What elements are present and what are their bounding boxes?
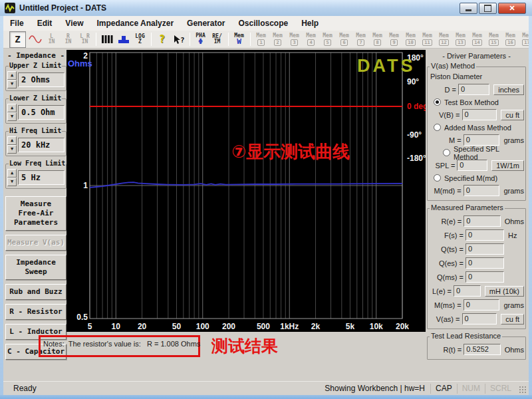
hi-freq-limit-down-button[interactable]: ▼ <box>7 145 17 154</box>
d-input[interactable]: 0 <box>458 84 489 95</box>
chart-plot: 210.5Ohms51020501002005001kHz2k5k10k20k1… <box>66 50 426 332</box>
f-s-label: F(s) = <box>429 231 464 239</box>
cu-ft-unit-button[interactable]: cu ft <box>501 314 524 325</box>
menubar: FileEditViewImpedance AnalyzerGeneratorO… <box>3 16 529 31</box>
inches-unit-button[interactable]: inches <box>493 84 524 95</box>
1w-1m-unit-button[interactable]: 1W/1m <box>491 160 524 171</box>
log-z-button[interactable]: LOGZ <box>132 32 148 47</box>
context-help-button[interactable]: ? <box>171 32 186 47</box>
menu-generator[interactable]: Generator <box>180 17 231 30</box>
ohms-unit-label: Ohms <box>505 346 524 354</box>
upper-z-limit-down-button[interactable]: ▼ <box>7 80 17 88</box>
measure-vas-button: Measure V(as) <box>5 235 66 251</box>
m-md-input[interactable]: 0 <box>464 185 500 196</box>
m-label: M = <box>429 136 462 144</box>
low-freq-limit-spinner: ▲▼ <box>7 169 17 186</box>
window-title: Untitled Project - DATS <box>19 3 106 13</box>
field-f-s: F(s) =0Hz <box>429 228 524 242</box>
radio-icon <box>434 174 441 182</box>
lower-z-limit-value[interactable]: 0.5 Ohm <box>18 105 65 120</box>
l-e-input[interactable]: 0 <box>454 285 481 297</box>
v-as-input[interactable]: 0 <box>462 313 497 325</box>
m-ms-input[interactable]: 0 <box>464 299 500 311</box>
help-button[interactable]: ? <box>154 32 170 47</box>
field-r-e: R(e) =0Ohms <box>429 214 524 228</box>
rub-and-buzz-button[interactable]: Rub and Buzz <box>5 284 66 300</box>
r-resistor-button[interactable]: R - Resistor <box>5 304 66 320</box>
low-freq-limit-value[interactable]: 5 Hz <box>18 170 65 185</box>
status-workbench: Showing Workbench | hw=H <box>319 384 430 393</box>
v-b-input[interactable]: 0 <box>462 109 497 120</box>
lower-z-limit-down-button[interactable]: ▼ <box>7 112 17 121</box>
mem-7-button: Mem7 <box>353 32 368 47</box>
menu-impedance-analyzer[interactable]: Impedance Analyzer <box>90 17 180 30</box>
added-mass-method-radio[interactable]: Added Mass Method <box>429 122 524 133</box>
measured-parameters-group: Measured ParametersR(e) =0OhmsF(s) =0HzQ… <box>427 208 526 329</box>
r-e-input[interactable]: 0 <box>464 215 500 227</box>
lower-z-limit-up-button[interactable]: ▲ <box>7 104 17 112</box>
menu-view[interactable]: View <box>59 17 90 30</box>
vas-method-group: V(as) MethodPiston DiameterD =0inchesTes… <box>427 66 526 201</box>
measure-free-air-button[interactable]: MeasureFree-AirParameters <box>5 196 66 231</box>
menu-edit[interactable]: Edit <box>31 17 59 30</box>
window-border-right <box>529 16 532 395</box>
q-ms-input[interactable]: 0 <box>466 271 504 283</box>
group-upper-z-limit: Upper Z Limit▲▼2 Ohms <box>5 66 66 91</box>
f-s-input[interactable]: 0 <box>466 229 504 241</box>
notes-field[interactable]: Notes: The resistor's value is: R = 1.00… <box>43 340 200 348</box>
low-freq-limit-down-button[interactable]: ▼ <box>7 178 17 186</box>
group-low-freq-limit: Low Freq Limit▲▼5 Hz <box>5 164 66 189</box>
titlebar[interactable]: Untitled Project - DATS ✕ <box>0 0 532 16</box>
menu-file[interactable]: File <box>3 17 31 30</box>
mh-10k-unit-button[interactable]: mH (10k) <box>485 286 524 297</box>
q-es-input[interactable]: 0 <box>466 257 504 269</box>
maximize-button[interactable] <box>479 3 497 14</box>
m-md-label: M(md) = <box>429 187 462 195</box>
field-m-ms: M(ms) =0grams <box>429 298 524 312</box>
m-input[interactable]: 0 <box>464 134 500 146</box>
mem-16-button: Mem16 <box>503 32 518 47</box>
impedance-chart[interactable]: 210.5Ohms51020501002005001kHz2k5k10k20k1… <box>66 50 426 332</box>
q-ts-input[interactable]: 0 <box>466 243 504 255</box>
minimize-button[interactable] <box>460 3 477 14</box>
lower-z-limit-spinner: ▲▼ <box>7 104 17 121</box>
upper-z-limit-up-button[interactable]: ▲ <box>7 71 17 80</box>
sine-generator-button[interactable] <box>27 32 43 47</box>
mem-5-button: Mem5 <box>320 32 335 47</box>
mem-11-button: Mem11 <box>420 32 435 47</box>
piano-tones-button[interactable] <box>99 32 114 47</box>
app-window: Untitled Project - DATS ✕ FileEditViewIm… <box>0 0 532 399</box>
resize-grip[interactable] <box>519 386 527 394</box>
spl-input[interactable]: 0 <box>457 160 487 171</box>
svg-text:-90°: -90° <box>407 130 422 140</box>
cursor-help-icon: ? <box>172 35 186 45</box>
maximize-icon <box>484 5 491 12</box>
hz-unit-label: Hz <box>508 231 517 239</box>
specified-spl-method-radio[interactable]: Specified SPL Method <box>429 147 524 158</box>
hi-freq-limit-up-button[interactable]: ▲ <box>7 136 17 145</box>
svg-text:0.5: 0.5 <box>76 313 88 322</box>
svg-text:5k: 5k <box>346 322 355 331</box>
svg-text:DATS: DATS <box>357 56 416 76</box>
specified-m-md-radio[interactable]: Specified M(md) <box>429 172 524 184</box>
impedance-z-button[interactable]: Z <box>9 31 26 48</box>
group-hi-freq-limit: Hi Freq Limit▲▼20 kHz <box>5 131 66 156</box>
mem-w-button[interactable]: MemW <box>231 32 247 47</box>
re-im-button[interactable]: RE/IM <box>209 32 225 47</box>
group-lower-z-limit: Lower Z Limit▲▼0.5 Ohm <box>5 98 66 124</box>
test-box-method-radio[interactable]: Test Box Method <box>429 96 524 108</box>
svg-text:90°: 90° <box>407 77 419 86</box>
q-es-label: Q(es) = <box>429 259 464 267</box>
hi-freq-limit-value[interactable]: 20 kHz <box>18 138 65 152</box>
low-freq-limit-up-button[interactable]: ▲ <box>7 169 17 178</box>
close-button[interactable]: ✕ <box>498 3 526 14</box>
r-t-input[interactable]: 0.5252 <box>464 344 500 355</box>
menu-help[interactable]: Help <box>295 17 325 30</box>
phase-button[interactable]: PHAΦ <box>193 32 208 47</box>
upper-z-limit-value[interactable]: 2 Ohms <box>18 72 65 87</box>
cu-ft-unit-button[interactable]: cu ft <box>501 110 524 120</box>
menu-oscilloscope[interactable]: Oscilloscope <box>231 17 295 30</box>
impedance-sweep-button[interactable]: ImpedanceSweep <box>5 255 66 280</box>
bar-graph-button[interactable] <box>116 32 131 47</box>
toolbar: ZLINRINL RINLOGZ??PHAΦRE/IMMemWMem1Mem2M… <box>3 31 529 49</box>
